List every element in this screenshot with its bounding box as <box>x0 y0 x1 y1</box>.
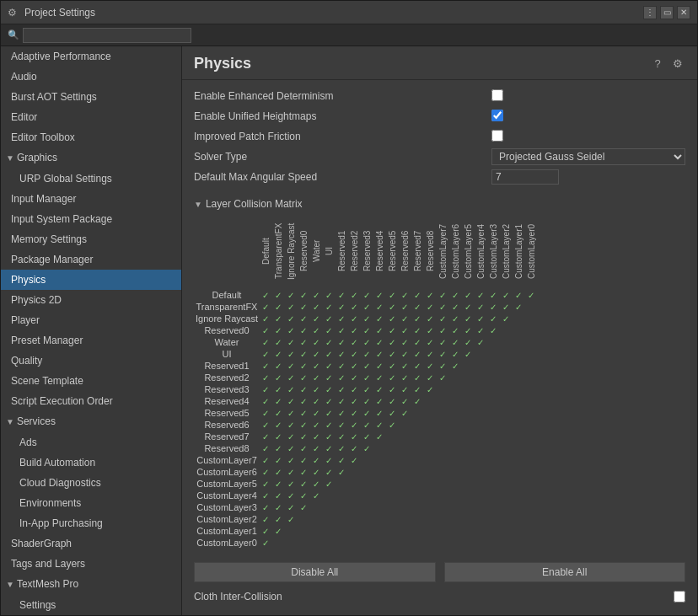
matrix-cell[interactable]: ✓ <box>361 336 373 348</box>
matrix-cell[interactable]: ✓ <box>411 336 424 348</box>
matrix-cell[interactable]: ✓ <box>411 313 424 324</box>
matrix-cell[interactable]: ✓ <box>348 301 361 313</box>
matrix-cell[interactable]: ✓ <box>475 301 487 313</box>
matrix-cell[interactable]: ✓ <box>348 348 361 360</box>
matrix-cell[interactable]: ✓ <box>373 407 386 419</box>
matrix-cell[interactable]: ✓ <box>424 301 437 313</box>
matrix-cell[interactable]: ✓ <box>336 395 348 407</box>
matrix-cell[interactable]: ✓ <box>361 324 373 336</box>
matrix-cell[interactable]: ✓ <box>310 478 323 490</box>
matrix-cell[interactable]: ✓ <box>272 336 285 348</box>
matrix-cell[interactable]: ✓ <box>373 348 386 360</box>
matrix-cell[interactable]: ✓ <box>310 490 323 501</box>
matrix-cell[interactable]: ✓ <box>285 324 298 336</box>
matrix-cell[interactable]: ✓ <box>399 313 411 324</box>
matrix-cell[interactable]: ✓ <box>411 324 424 336</box>
matrix-cell[interactable]: ✓ <box>298 360 310 372</box>
matrix-cell[interactable]: ✓ <box>399 372 411 383</box>
matrix-cell[interactable]: ✓ <box>449 336 462 348</box>
matrix-cell[interactable]: ✓ <box>373 289 386 301</box>
matrix-cell[interactable]: ✓ <box>298 407 310 419</box>
matrix-cell[interactable]: ✓ <box>336 431 348 442</box>
matrix-cell[interactable]: ✓ <box>449 360 462 372</box>
matrix-cell[interactable]: ✓ <box>411 383 424 395</box>
matrix-cell[interactable]: ✓ <box>260 490 272 501</box>
matrix-cell[interactable]: ✓ <box>285 383 298 395</box>
matrix-cell[interactable]: ✓ <box>399 348 411 360</box>
matrix-cell[interactable]: ✓ <box>272 372 285 383</box>
matrix-cell[interactable]: ✓ <box>310 419 323 431</box>
matrix-cell[interactable]: ✓ <box>260 289 272 301</box>
sidebar-item-player[interactable]: Player <box>1 310 181 330</box>
matrix-cell[interactable]: ✓ <box>386 336 399 348</box>
matrix-cell[interactable]: ✓ <box>373 395 386 407</box>
matrix-cell[interactable]: ✓ <box>323 372 336 383</box>
matrix-cell[interactable]: ✓ <box>298 478 310 490</box>
matrix-cell[interactable]: ✓ <box>373 372 386 383</box>
matrix-cell[interactable]: ✓ <box>462 313 475 324</box>
matrix-cell[interactable]: ✓ <box>361 301 373 313</box>
matrix-cell[interactable]: ✓ <box>399 336 411 348</box>
matrix-cell[interactable]: ✓ <box>399 395 411 407</box>
matrix-cell[interactable]: ✓ <box>399 383 411 395</box>
sidebar-item-in-app[interactable]: In-App Purchasing <box>1 513 181 533</box>
sidebar-item-environments[interactable]: Environments <box>1 493 181 513</box>
help-btn[interactable]: ? <box>650 56 665 72</box>
matrix-cell[interactable]: ✓ <box>260 372 272 383</box>
matrix-cell[interactable]: ✓ <box>411 395 424 407</box>
matrix-cell[interactable]: ✓ <box>310 324 323 336</box>
sidebar-item-ads[interactable]: Ads <box>1 432 181 453</box>
matrix-cell[interactable]: ✓ <box>298 454 310 466</box>
matrix-cell[interactable]: ✓ <box>462 324 475 336</box>
matrix-cell[interactable]: ✓ <box>298 442 310 454</box>
matrix-cell[interactable]: ✓ <box>348 419 361 431</box>
matrix-cell[interactable]: ✓ <box>361 372 373 383</box>
matrix-cell[interactable]: ✓ <box>285 407 298 419</box>
matrix-cell[interactable]: ✓ <box>399 360 411 372</box>
matrix-cell[interactable]: ✓ <box>260 407 272 419</box>
matrix-cell[interactable]: ✓ <box>348 313 361 324</box>
matrix-cell[interactable]: ✓ <box>285 313 298 324</box>
matrix-cell[interactable]: ✓ <box>373 360 386 372</box>
matrix-cell[interactable]: ✓ <box>336 348 348 360</box>
unified-heightmaps-checkbox[interactable] <box>491 110 503 121</box>
matrix-cell[interactable]: ✓ <box>437 324 449 336</box>
matrix-cell[interactable]: ✓ <box>298 419 310 431</box>
matrix-cell[interactable]: ✓ <box>285 348 298 360</box>
matrix-cell[interactable]: ✓ <box>272 289 285 301</box>
matrix-cell[interactable]: ✓ <box>424 348 437 360</box>
matrix-cell[interactable]: ✓ <box>285 372 298 383</box>
enhanced-determinism-checkbox[interactable] <box>491 89 503 101</box>
matrix-cell[interactable]: ✓ <box>437 301 449 313</box>
matrix-cell[interactable]: ✓ <box>424 360 437 372</box>
matrix-cell[interactable]: ✓ <box>272 442 285 454</box>
matrix-cell[interactable]: ✓ <box>323 360 336 372</box>
matrix-cell[interactable]: ✓ <box>272 324 285 336</box>
matrix-cell[interactable]: ✓ <box>411 301 424 313</box>
matrix-cell[interactable]: ✓ <box>285 442 298 454</box>
matrix-cell[interactable]: ✓ <box>462 289 475 301</box>
matrix-cell[interactable]: ✓ <box>260 513 272 525</box>
matrix-cell[interactable]: ✓ <box>298 490 310 501</box>
matrix-cell[interactable]: ✓ <box>399 301 411 313</box>
sidebar-item-audio[interactable]: Audio <box>1 67 181 87</box>
matrix-cell[interactable]: ✓ <box>424 289 437 301</box>
matrix-cell[interactable]: ✓ <box>285 466 298 478</box>
matrix-cell[interactable]: ✓ <box>310 336 323 348</box>
matrix-cell[interactable]: ✓ <box>487 313 500 324</box>
matrix-cell[interactable]: ✓ <box>373 313 386 324</box>
matrix-cell[interactable]: ✓ <box>373 419 386 431</box>
matrix-cell[interactable]: ✓ <box>386 289 399 301</box>
matrix-cell[interactable]: ✓ <box>298 431 310 442</box>
matrix-cell[interactable]: ✓ <box>348 407 361 419</box>
matrix-cell[interactable]: ✓ <box>285 454 298 466</box>
matrix-cell[interactable]: ✓ <box>424 372 437 383</box>
matrix-cell[interactable]: ✓ <box>386 313 399 324</box>
matrix-cell[interactable]: ✓ <box>348 372 361 383</box>
enable-all-button[interactable]: Enable All <box>444 562 686 582</box>
matrix-cell[interactable]: ✓ <box>298 395 310 407</box>
matrix-cell[interactable]: ✓ <box>348 383 361 395</box>
matrix-cell[interactable]: ✓ <box>323 395 336 407</box>
matrix-cell[interactable]: ✓ <box>260 454 272 466</box>
matrix-cell[interactable]: ✓ <box>298 501 310 513</box>
